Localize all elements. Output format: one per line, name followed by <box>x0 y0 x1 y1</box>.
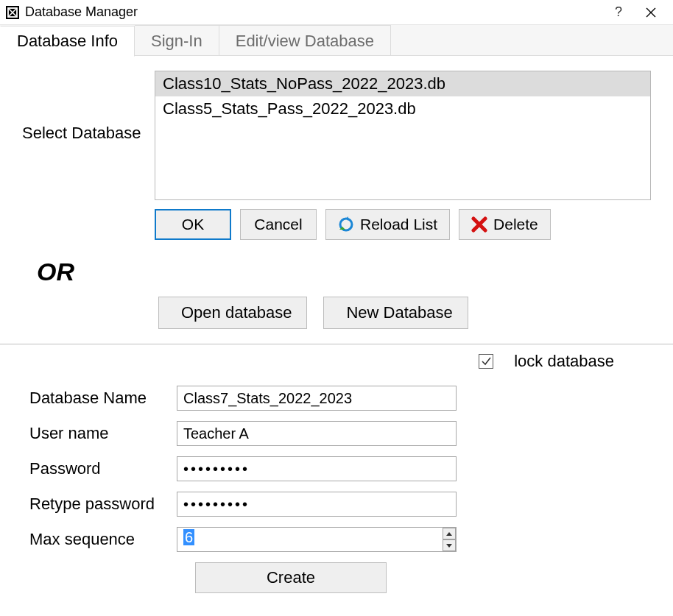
help-button[interactable]: ? <box>602 1 635 24</box>
input-user-name[interactable] <box>177 421 457 446</box>
tabstrip: Database Info Sign-In Edit/view Database <box>0 25 673 56</box>
new-database-button[interactable]: New Database <box>323 297 468 329</box>
lock-database-checkbox[interactable] <box>479 354 493 369</box>
tab-database-info[interactable]: Database Info <box>0 26 135 57</box>
label-database-name: Database Name <box>29 389 177 408</box>
input-password[interactable] <box>177 456 457 481</box>
app-icon <box>6 6 19 19</box>
label-user-name: User name <box>29 424 177 443</box>
lock-database-label: lock database <box>514 352 614 371</box>
tab-edit-view[interactable]: Edit/view Database <box>219 25 391 56</box>
label-max-sequence: Max sequence <box>29 530 177 549</box>
reload-icon <box>338 216 354 233</box>
delete-button[interactable]: Delete <box>459 209 551 240</box>
open-database-label: Open database <box>181 303 292 322</box>
separator <box>0 344 673 344</box>
input-database-name[interactable] <box>177 386 457 411</box>
new-database-label: New Database <box>346 303 452 322</box>
or-label: OR <box>37 258 651 286</box>
open-database-button[interactable]: Open database <box>158 297 307 329</box>
delete-icon <box>471 216 487 233</box>
input-retype-password[interactable] <box>177 492 457 517</box>
cancel-button[interactable]: Cancel <box>240 209 317 240</box>
window: Database Manager ? Database Info Sign-In… <box>0 0 673 616</box>
list-item[interactable]: Class10_Stats_NoPass_2022_2023.db <box>155 71 650 96</box>
reload-list-label: Reload List <box>360 216 437 233</box>
label-password: Password <box>29 459 177 478</box>
input-max-sequence[interactable]: 6 <box>177 527 457 552</box>
spin-down-button[interactable] <box>443 539 456 551</box>
spin-up-button[interactable] <box>443 528 456 539</box>
create-button[interactable]: Create <box>195 562 387 593</box>
delete-label: Delete <box>493 216 538 233</box>
close-button[interactable] <box>635 1 667 24</box>
reload-list-button[interactable]: Reload List <box>325 209 450 240</box>
titlebar: Database Manager ? <box>0 0 673 25</box>
window-title: Database Manager <box>25 4 602 20</box>
tab-body: Select Database Class10_Stats_NoPass_202… <box>0 56 673 593</box>
database-listbox[interactable]: Class10_Stats_NoPass_2022_2023.db Class5… <box>155 71 651 200</box>
select-database-label: Select Database <box>22 71 155 143</box>
create-db-form: Database Name User name Password Retype … <box>29 386 651 552</box>
ok-button[interactable]: OK <box>155 209 231 240</box>
list-item[interactable]: Class5_Stats_Pass_2022_2023.db <box>155 96 650 121</box>
tab-sign-in[interactable]: Sign-In <box>135 25 219 56</box>
label-retype-password: Retype password <box>29 495 177 514</box>
